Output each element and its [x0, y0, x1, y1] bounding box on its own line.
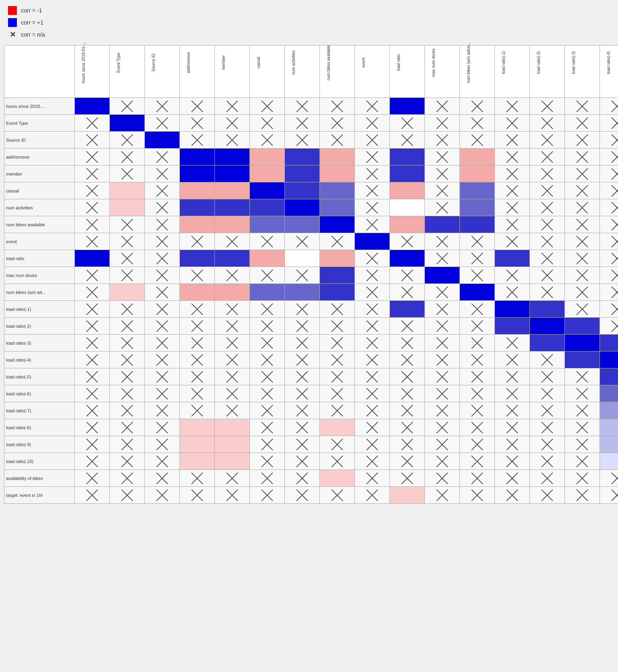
x-icon-0-3 — [180, 98, 214, 114]
cell-20-5 — [250, 436, 285, 453]
cell-20-9 — [390, 436, 425, 453]
x-icon-8-14 — [565, 233, 599, 250]
cell-6-0 — [75, 199, 110, 216]
x-icon-10-12 — [495, 267, 529, 283]
cell-12-6 — [285, 301, 320, 318]
cell-0-4 — [215, 98, 250, 115]
cell-20-8 — [355, 436, 390, 453]
x-icon-0-4 — [215, 98, 249, 114]
x-icon-2-3 — [180, 132, 214, 148]
cell-16-3 — [180, 368, 215, 385]
cell-7-6 — [285, 216, 320, 233]
cell-16-8 — [355, 368, 390, 385]
cell-17-1 — [110, 385, 145, 402]
cell-8-8 — [355, 233, 390, 250]
cell-12-3 — [180, 301, 215, 318]
x-icon-12-14 — [565, 301, 599, 317]
x-icon-23-14 — [565, 487, 599, 503]
col-header-11: num bikes (w/o adius... — [460, 45, 495, 98]
x-icon-14-1 — [110, 335, 144, 351]
cell-9-2 — [145, 250, 180, 267]
cell-12-1 — [110, 301, 145, 318]
x-icon-19-6 — [285, 419, 319, 436]
x-icon-6-8 — [355, 199, 389, 216]
x-icon-1-14 — [565, 115, 599, 131]
cell-18-4 — [215, 402, 250, 419]
x-icon-22-8 — [355, 470, 389, 486]
cell-4-12 — [495, 165, 530, 182]
cell-10-1 — [110, 267, 145, 284]
x-icon-14-11 — [460, 335, 494, 351]
cell-17-4 — [215, 385, 250, 402]
cell-10-14 — [565, 267, 600, 284]
x-icon-1-8 — [355, 115, 389, 131]
cell-14-1 — [110, 335, 145, 352]
cell-9-6 — [285, 250, 320, 267]
cell-16-14 — [565, 368, 600, 385]
cell-3-5 — [250, 149, 285, 165]
cell-5-0 — [75, 182, 110, 199]
x-icon-2-14 — [565, 132, 599, 148]
cell-15-14 — [565, 352, 600, 368]
x-icon-20-11 — [460, 436, 494, 453]
cell-22-3 — [180, 470, 215, 487]
x-icon-19-5 — [250, 419, 284, 436]
cell-4-0 — [75, 165, 110, 182]
x-icon-20-10 — [425, 436, 459, 453]
cell-9-5 — [250, 250, 285, 267]
matrix-row: load ratio(-4) — [4, 352, 618, 368]
x-icon-20-6 — [285, 436, 319, 453]
cell-17-2 — [145, 385, 180, 402]
x-icon-0-13 — [530, 98, 564, 114]
x-icon-18-6 — [285, 402, 319, 419]
x-icon-0-6 — [285, 98, 319, 114]
x-icon-2-8 — [355, 132, 389, 148]
x-icon-7-0 — [75, 216, 109, 233]
cell-2-10 — [425, 132, 460, 149]
cell-4-4 — [215, 165, 250, 182]
cell-9-8 — [355, 250, 390, 267]
x-icon-11-9 — [390, 284, 424, 300]
x-icon-4-2 — [145, 165, 179, 182]
cell-1-10 — [425, 115, 460, 132]
cell-0-7 — [320, 98, 355, 115]
x-icon-3-8 — [355, 149, 389, 165]
cell-5-12 — [495, 182, 530, 199]
x-icon-15-9 — [390, 352, 424, 368]
x-icon-18-12 — [495, 402, 529, 419]
cell-14-2 — [145, 335, 180, 352]
cell-22-4 — [215, 470, 250, 487]
x-icon-8-6 — [285, 233, 319, 250]
x-icon-22-13 — [530, 470, 564, 486]
x-icon-8-10 — [425, 233, 459, 250]
x-icon-21-14 — [565, 453, 599, 469]
cell-18-0 — [75, 402, 110, 419]
x-icon-9-13 — [530, 250, 564, 267]
row-label-15: load ratio(-4) — [4, 352, 75, 368]
x-icon-19-10 — [425, 419, 459, 436]
cell-22-6 — [285, 470, 320, 487]
cell-8-7 — [320, 233, 355, 250]
x-icon-6-14 — [565, 199, 599, 216]
x-icon-0-5 — [250, 98, 284, 114]
x-icon-2-7 — [320, 132, 354, 148]
x-icon-22-12 — [495, 470, 529, 486]
x-icon-15-3 — [180, 352, 214, 368]
cell-15-13 — [530, 352, 565, 368]
cell-3-7 — [320, 149, 355, 165]
cell-12-0 — [75, 301, 110, 318]
cell-0-0 — [75, 98, 110, 115]
x-icon-14-12 — [495, 335, 529, 351]
cell-12-13 — [530, 301, 565, 318]
svg-line-345 — [612, 253, 618, 264]
x-icon-20-9 — [390, 436, 424, 453]
cell-10-13 — [530, 267, 565, 284]
x-icon-4-14 — [565, 165, 599, 182]
x-icon-12-0 — [75, 301, 109, 317]
row-label-22: availability of bikes — [4, 470, 75, 487]
cell-4-10 — [425, 165, 460, 182]
x-icon-16-13 — [530, 368, 564, 385]
cell-4-7 — [320, 165, 355, 182]
cell-6-7 — [320, 199, 355, 216]
cell-1-15 — [600, 115, 618, 132]
